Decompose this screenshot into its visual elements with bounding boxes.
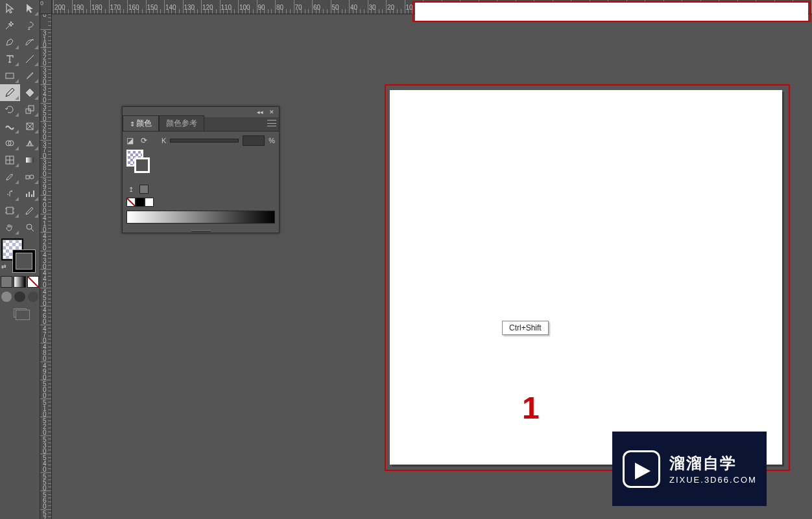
direct-selection-tool[interactable] xyxy=(20,0,40,17)
draw-normal[interactable] xyxy=(1,292,12,302)
ruler-h-label: 10 xyxy=(406,4,413,11)
ruler-h-label: 90 xyxy=(258,4,265,11)
ruler-h-label: 170 xyxy=(110,4,121,11)
ruler-v-label: 460 xyxy=(43,307,49,325)
shaper-tool[interactable] xyxy=(20,84,40,101)
panel-stroke-swatch[interactable] xyxy=(134,157,150,173)
fill-mode-color[interactable] xyxy=(1,276,12,288)
swatch-black[interactable] xyxy=(136,198,145,207)
artboard-main-outline[interactable] xyxy=(385,84,790,471)
curvature-tool[interactable] xyxy=(20,34,40,51)
k-value-input[interactable] xyxy=(243,135,265,146)
panel-menu-icon[interactable] xyxy=(267,120,276,126)
k-slider[interactable] xyxy=(170,139,239,143)
ruler-v-label: 330 xyxy=(43,67,49,85)
ruler-v-label: 440 xyxy=(43,270,49,288)
ruler-h-label: 100 xyxy=(239,4,250,11)
artboard-top-outline[interactable] xyxy=(412,1,811,22)
default-fill-stroke-icon[interactable]: ◪ xyxy=(126,137,137,144)
tab-color-guide[interactable]: 颜色参考 xyxy=(159,115,204,131)
column-graph-tool[interactable] xyxy=(20,185,40,202)
color-panel-body: ◪ ⟳ K % ↥ xyxy=(123,132,279,229)
pen-tool[interactable] xyxy=(0,34,20,51)
width-tool[interactable] xyxy=(0,118,20,135)
ruler-h-label: 120 xyxy=(202,4,213,11)
swap-icon[interactable]: ⟳ xyxy=(141,136,151,145)
draw-inside[interactable] xyxy=(28,292,38,302)
paintbrush-tool[interactable] xyxy=(20,67,40,84)
ruler-v-label: 540 xyxy=(43,455,49,472)
ruler-v-label: 310 xyxy=(43,30,49,48)
grayscale-spectrum[interactable] xyxy=(126,211,275,224)
updown-icon: ⇕ xyxy=(130,121,135,128)
canvas-text-object[interactable]: 1 xyxy=(522,390,540,426)
type-tool[interactable] xyxy=(0,51,20,67)
ruler-v-label: 480 xyxy=(43,344,49,362)
ruler-v-label: 400 xyxy=(43,196,49,214)
ruler-h-label: 140 xyxy=(165,4,176,11)
screen-mode[interactable] xyxy=(0,308,40,317)
ruler-vertical[interactable]: 0310320330340350360370380390400410420430… xyxy=(40,14,52,519)
gradient-tool[interactable] xyxy=(20,152,40,168)
ruler-v-label: 570 xyxy=(43,511,49,520)
panel-tabs: ⇕颜色 颜色参考 xyxy=(123,117,279,132)
pencil-tool[interactable] xyxy=(0,84,20,101)
last-color-icon[interactable]: ↥ xyxy=(126,186,136,193)
scale-tool[interactable] xyxy=(20,101,40,118)
stroke-swatch[interactable] xyxy=(13,250,35,272)
symbol-sprayer-tool[interactable] xyxy=(0,185,20,202)
panel-fill-stroke-preview[interactable] xyxy=(126,150,152,176)
line-segment-tool[interactable] xyxy=(20,51,40,67)
zoom-tool[interactable] xyxy=(20,219,40,236)
color-panel[interactable]: ◂◂ ✕ ⇕颜色 颜色参考 ◪ ⟳ K % ↥ xyxy=(122,106,280,233)
tab-color[interactable]: ⇕颜色 xyxy=(123,115,159,131)
ruler-v-label: 360 xyxy=(43,122,49,140)
hand-tool[interactable] xyxy=(0,219,20,236)
blend-tool[interactable] xyxy=(20,168,40,185)
perspective-grid-tool[interactable] xyxy=(20,135,40,152)
panel-collapse-icon[interactable]: ◂◂ xyxy=(256,109,265,115)
svg-rect-10 xyxy=(6,207,13,214)
last-color-swatch[interactable] xyxy=(139,185,149,194)
ruler-h-label: 80 xyxy=(276,4,283,11)
rotate-tool[interactable] xyxy=(0,101,20,118)
magic-wand-tool[interactable] xyxy=(0,17,20,34)
fill-mode-none[interactable] xyxy=(27,276,39,288)
screen-mode-icon xyxy=(14,308,27,317)
watermark-play-icon xyxy=(623,450,660,488)
swatch-white[interactable] xyxy=(145,198,154,207)
ruler-h-label: 40 xyxy=(350,4,357,11)
ruler-h-label: 70 xyxy=(295,4,302,11)
ruler-v-label: 380 xyxy=(43,159,49,177)
draw-behind[interactable] xyxy=(14,292,25,302)
lasso-tool[interactable] xyxy=(20,17,40,34)
panel-resize-grip[interactable] xyxy=(123,229,279,233)
toolbox: ⇄ xyxy=(0,0,40,519)
mesh-tool[interactable] xyxy=(0,152,20,168)
watermark-url: ZIXUE.3D66.COM xyxy=(669,475,757,485)
shape-builder-tool[interactable] xyxy=(0,135,20,152)
ruler-origin[interactable]: 0 xyxy=(40,0,52,14)
fill-mode-row xyxy=(0,276,40,289)
ruler-v-label: 430 xyxy=(43,252,49,270)
selection-tool[interactable] xyxy=(0,0,20,17)
ruler-v-label: 450 xyxy=(43,289,49,306)
rectangle-tool[interactable] xyxy=(0,67,20,84)
free-transform-tool[interactable] xyxy=(20,118,40,135)
panel-close-icon[interactable]: ✕ xyxy=(267,109,276,115)
fill-mode-gradient[interactable] xyxy=(14,276,25,288)
svg-rect-2 xyxy=(29,106,34,111)
ruler-v-label: 0 xyxy=(43,14,49,17)
watermark-title: 溜溜自学 xyxy=(669,453,757,474)
slice-tool[interactable] xyxy=(20,202,40,219)
ruler-h-label: 190 xyxy=(73,4,84,11)
artboard-tool[interactable] xyxy=(0,202,20,219)
ruler-h-label: 50 xyxy=(332,4,339,11)
svg-point-9 xyxy=(30,175,34,179)
swatch-none[interactable] xyxy=(126,198,136,207)
ruler-h-label: 60 xyxy=(313,4,320,11)
ruler-v-label: 550 xyxy=(43,474,49,491)
eyedropper-tool[interactable] xyxy=(0,168,20,185)
swap-fill-stroke-icon[interactable]: ⇄ xyxy=(1,263,9,271)
fill-stroke-swatch[interactable]: ⇄ xyxy=(0,238,40,273)
